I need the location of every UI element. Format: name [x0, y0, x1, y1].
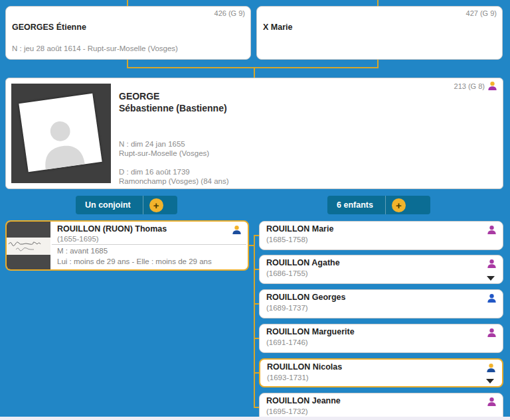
marriage-ages-info: Lui : moins de 29 ans - Elle : moins de …: [57, 257, 212, 265]
main-person-birth: N : dim 24 jan 1655 Rupt-sur-Moselle (Vo…: [119, 139, 209, 158]
spouse-photo-thumbnail: [7, 222, 50, 269]
person-name: GEORGES Étienne: [12, 23, 86, 32]
child-card-marguerite[interactable]: ROUILLON Marguerite (1691-1746): [259, 324, 503, 353]
child-name: ROUILLON Agathe: [266, 258, 340, 267]
death-place: Ramonchamp (Vosges) (84 ans): [119, 176, 229, 186]
signature-image: [7, 238, 50, 255]
children-section-button[interactable]: 6 enfants +: [327, 196, 430, 214]
child-card-georges[interactable]: ROUILLON Georges (1689-1737): [259, 289, 503, 318]
sosa-male-icon: [232, 225, 242, 235]
person-ref-number: 213 (G 8): [454, 82, 485, 90]
child-years: (1691-1746): [266, 338, 308, 346]
viewport-bottom-edge: [0, 417, 510, 420]
add-spouse-button[interactable]: +: [149, 198, 163, 212]
birth-place: Rupt-sur-Moselle (Vosges): [119, 149, 209, 158]
button-divider: [385, 196, 386, 214]
spouse-years: (1655-1695): [57, 235, 99, 243]
main-person-card[interactable]: 213 (G 8) GEORGE Sébastienne (Bastienne)…: [5, 78, 503, 189]
child-years: (1685-1758): [266, 236, 308, 244]
person-name: X Marie: [263, 23, 292, 32]
child-years: (1689-1737): [266, 304, 308, 312]
parent-card-father[interactable]: 426 (G 9) GEORGES Étienne N : jeu 28 aoû…: [5, 6, 251, 60]
child-name: ROUILLON Marguerite: [266, 327, 355, 336]
marriage-info: M : avant 1685: [57, 247, 108, 255]
birth-date: N : dim 24 jan 1655: [119, 139, 209, 149]
given-names: Sébastienne (Bastienne): [119, 102, 227, 114]
child-years: (1695-1732): [266, 407, 308, 415]
child-name: ROUILLON Georges: [266, 293, 345, 302]
person-ref-number: 426 (G 9): [214, 9, 245, 17]
death-date: D : dim 16 août 1739: [119, 167, 229, 176]
spouse-section-label: Un conjoint: [76, 200, 143, 210]
surname: GEORGE: [119, 90, 227, 102]
sosa-male-icon: [486, 363, 496, 373]
main-person-photo-placeholder[interactable]: [11, 84, 111, 183]
female-icon: [487, 328, 497, 338]
child-card-nicolas[interactable]: ROUILLON Nicolas (1693-1731): [259, 358, 503, 387]
child-card-jeanne[interactable]: ROUILLON Jeanne (1695-1732): [259, 393, 503, 420]
child-years: (1686-1755): [266, 269, 308, 277]
connector-to-main: [254, 67, 255, 78]
connector-up-father: [127, 0, 128, 6]
connector-parents-bar: [127, 67, 379, 68]
female-icon: [487, 397, 497, 407]
person-silhouette-icon: [29, 107, 94, 171]
child-name: ROUILLON Nicolas: [267, 362, 342, 372]
main-person-name: GEORGE Sébastienne (Bastienne): [119, 90, 227, 114]
spouse-card[interactable]: ROUILLON (RUON) Thomas (1655-1695) M : a…: [5, 220, 249, 271]
person-birth-info: N : jeu 28 août 1614 - Rupt-sur-Moselle …: [12, 44, 178, 52]
child-card-marie[interactable]: ROUILLON Marie (1685-1758): [259, 221, 503, 250]
card-divider: [52, 244, 246, 245]
connector-up-mother: [377, 0, 379, 6]
connector-children-trunk: [254, 235, 255, 408]
button-divider: [143, 196, 143, 214]
polaroid-frame: [19, 94, 102, 173]
family-tree-view: 426 (G 9) GEORGES Étienne N : jeu 28 aoû…: [0, 0, 510, 420]
female-icon: [487, 225, 497, 235]
main-person-death: D : dim 16 août 1739 Ramonchamp (Vosges)…: [119, 167, 229, 186]
main-person-ref: 213 (G 8): [454, 81, 497, 91]
child-card-agathe[interactable]: ROUILLON Agathe (1686-1755): [259, 255, 503, 284]
male-icon: [487, 293, 497, 303]
spouse-name: ROUILLON (RUON) Thomas: [57, 224, 167, 234]
child-name: ROUILLON Marie: [266, 224, 333, 234]
parent-card-mother[interactable]: 427 (G 9) X Marie: [256, 6, 503, 60]
sosa-female-icon: [487, 81, 497, 91]
add-child-button[interactable]: +: [392, 198, 406, 212]
female-icon: [487, 259, 497, 269]
expand-caret-icon[interactable]: [487, 276, 495, 281]
person-ref-number: 427 (G 9): [466, 9, 497, 17]
child-years: (1693-1731): [267, 374, 309, 382]
child-name: ROUILLON Jeanne: [266, 396, 341, 405]
children-section-label: 6 enfants: [327, 200, 385, 210]
expand-caret-icon[interactable]: [486, 379, 494, 384]
spouse-section-button[interactable]: Un conjoint +: [76, 196, 177, 214]
